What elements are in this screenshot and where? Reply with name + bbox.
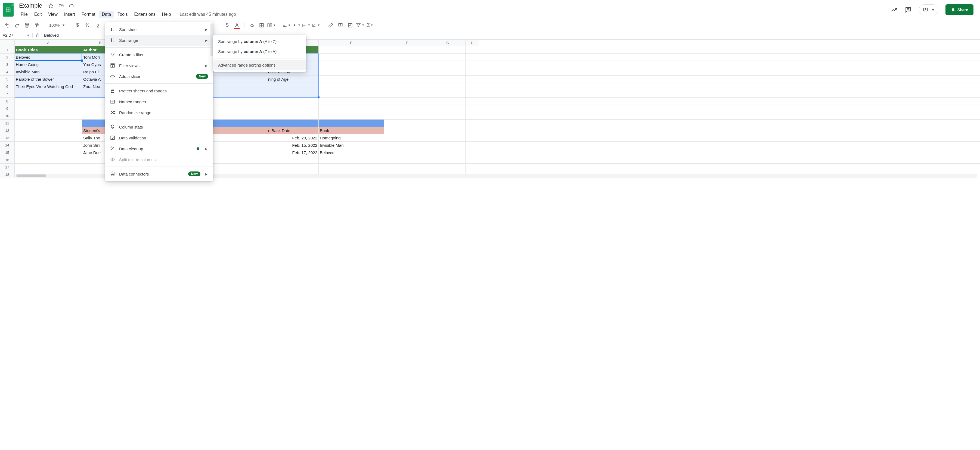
menu-data-cleanup[interactable]: Data cleanup ►	[105, 143, 213, 154]
menu-protect-sheets[interactable]: Protect sheets and ranges	[105, 86, 213, 96]
cell[interactable]: Their Eyes Were Watching God	[15, 83, 82, 90]
col-header[interactable]: A	[15, 40, 82, 46]
cell[interactable]	[384, 68, 430, 75]
row-header[interactable]: 3	[0, 61, 15, 68]
cell[interactable]: Home Going	[15, 61, 82, 68]
comments-icon[interactable]	[905, 6, 912, 13]
name-box[interactable]: A2:D7▼	[0, 33, 33, 38]
activity-icon[interactable]	[891, 6, 897, 13]
submenu-advanced-sort[interactable]: Advanced range sorting options	[213, 60, 306, 70]
row-header[interactable]: 1	[0, 46, 15, 53]
cell[interactable]	[319, 68, 384, 75]
submenu-sort-za[interactable]: Sort range by column A (Z to A)	[213, 46, 306, 57]
cell[interactable]	[319, 83, 384, 90]
cell[interactable]	[267, 90, 319, 97]
cell[interactable]	[430, 90, 466, 97]
share-button[interactable]: Share	[945, 4, 974, 15]
cell[interactable]	[267, 83, 319, 90]
menu-edit[interactable]: Edit	[32, 11, 45, 18]
cell[interactable]: Parable of the Sower	[15, 76, 82, 82]
star-icon[interactable]	[48, 3, 54, 9]
cell[interactable]	[466, 68, 479, 75]
menu-sort-sheet[interactable]: Sort sheet ►	[105, 24, 213, 35]
cell[interactable]	[384, 54, 430, 60]
menu-data-connectors[interactable]: Data connectors New ►	[105, 168, 213, 178]
cell[interactable]: Homegoing	[319, 134, 384, 141]
row-header[interactable]: 10	[0, 112, 15, 119]
vertical-align-button[interactable]: ▼	[291, 21, 301, 29]
row-header[interactable]: 18	[0, 171, 15, 178]
menu-tools[interactable]: Tools	[115, 11, 130, 18]
col-header[interactable]: H	[466, 40, 479, 46]
fill-color-button[interactable]	[247, 21, 256, 29]
cell[interactable]: ning of Age	[267, 76, 319, 82]
zoom-select[interactable]: 100%▼	[47, 23, 67, 27]
functions-button[interactable]: Σ▼	[365, 21, 374, 29]
menu-data-validation[interactable]: Data validation	[105, 132, 213, 143]
menu-extensions[interactable]: Extensions	[132, 11, 158, 18]
menu-file[interactable]: File	[18, 11, 30, 18]
row-header[interactable]: 7	[0, 90, 15, 97]
cell[interactable]	[430, 46, 466, 53]
cell[interactable]: Beloved	[319, 149, 384, 156]
row-header[interactable]: 6	[0, 83, 15, 90]
cell[interactable]: Feb. 15, 2022	[267, 142, 319, 149]
cell[interactable]	[466, 90, 479, 97]
cell[interactable]	[267, 120, 319, 127]
sheets-app-icon[interactable]	[3, 3, 14, 17]
format-percent-button[interactable]: %	[83, 21, 92, 29]
insert-chart-button[interactable]	[345, 21, 355, 29]
cell[interactable]	[384, 90, 430, 97]
cell[interactable]	[466, 61, 479, 68]
borders-button[interactable]	[257, 21, 266, 29]
cell[interactable]: e Back Date	[267, 127, 319, 134]
cell[interactable]: Book	[319, 127, 384, 134]
strikethrough-button[interactable]: S	[223, 21, 232, 29]
menu-help[interactable]: Help	[159, 11, 174, 18]
menu-format[interactable]: Format	[79, 11, 98, 18]
undo-button[interactable]	[3, 21, 12, 29]
row-header[interactable]: 11	[0, 120, 15, 127]
menu-data[interactable]: Data	[99, 11, 114, 18]
cell[interactable]: Beloved	[15, 54, 82, 60]
cell[interactable]	[430, 76, 466, 82]
cell[interactable]	[430, 83, 466, 90]
menu-filter-views[interactable]: Filter views ►	[105, 60, 213, 71]
row-header[interactable]: 14	[0, 142, 15, 149]
menu-add-slicer[interactable]: Add a slicer New	[105, 71, 213, 82]
cell[interactable]	[319, 54, 384, 60]
col-header[interactable]: F	[384, 40, 430, 46]
cell[interactable]	[384, 46, 430, 53]
row-header[interactable]: 8	[0, 98, 15, 105]
cell[interactable]	[384, 61, 430, 68]
row-header[interactable]: 9	[0, 105, 15, 112]
decrease-decimal-button[interactable]: .0̲	[92, 21, 102, 29]
row-header[interactable]: 15	[0, 149, 15, 156]
row-header[interactable]: 16	[0, 156, 15, 163]
text-rotation-button[interactable]: ▼	[311, 21, 320, 29]
paint-format-button[interactable]	[32, 21, 41, 29]
cell[interactable]	[466, 83, 479, 90]
cell[interactable]	[319, 120, 384, 127]
cell[interactable]	[319, 46, 384, 53]
row-header[interactable]: 4	[0, 68, 15, 75]
row-header[interactable]: 13	[0, 134, 15, 141]
cell[interactable]	[319, 76, 384, 82]
menu-column-stats[interactable]: Column stats	[105, 122, 213, 132]
last-edit-link[interactable]: Last edit was 45 minutes ago	[180, 11, 236, 18]
horizontal-align-button[interactable]: ▼	[282, 21, 291, 29]
cell[interactable]	[430, 68, 466, 75]
cell[interactable]	[15, 90, 82, 97]
menu-view[interactable]: View	[45, 11, 60, 18]
cell[interactable]: Invisible Man	[319, 142, 384, 149]
menu-insert[interactable]: Insert	[62, 11, 78, 18]
cell[interactable]	[466, 76, 479, 82]
row-header[interactable]: 17	[0, 163, 15, 171]
cell[interactable]	[319, 61, 384, 68]
cell[interactable]: Feb. 20, 2022	[267, 134, 319, 141]
cell[interactable]	[466, 54, 479, 60]
insert-comment-button[interactable]	[336, 21, 345, 29]
col-header[interactable]: G	[430, 40, 466, 46]
select-all-corner[interactable]	[0, 40, 15, 46]
cell[interactable]	[430, 54, 466, 60]
